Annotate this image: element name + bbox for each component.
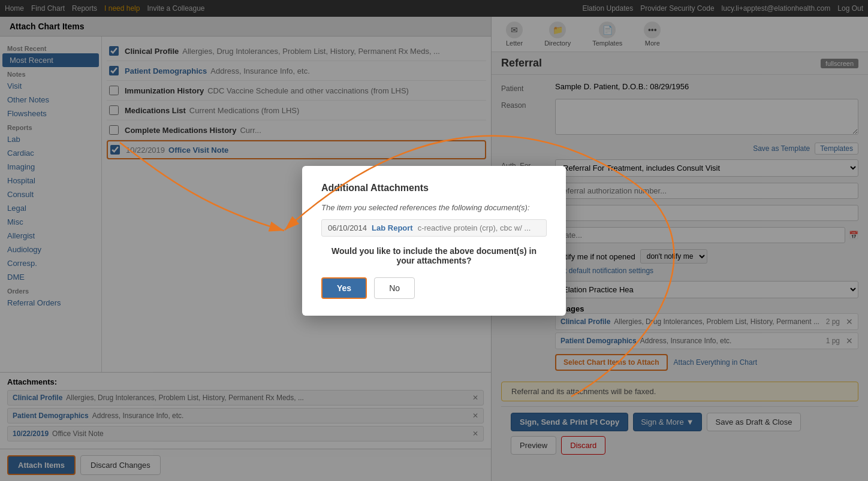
modal-doc-desc: c-reactive protein (crp), cbc w/ ... [418,223,531,232]
modal-yes-button[interactable]: Yes [321,277,367,299]
modal-overlay: Additional Attachments The item you sele… [0,0,868,481]
modal-no-button[interactable]: No [374,277,415,299]
modal-description: The item you selected references the fol… [321,203,547,212]
modal-question: Would you like to include the above docu… [321,246,547,265]
modal-doc-date: 06/10/2014 [328,223,367,232]
modal-buttons: Yes No [321,277,547,299]
additional-attachments-modal: Additional Attachments The item you sele… [302,166,566,316]
modal-doc-row: 06/10/2014 Lab Report c-reactive protein… [321,219,547,237]
modal-title: Additional Attachments [321,183,547,193]
modal-doc-type: Lab Report [372,223,413,232]
